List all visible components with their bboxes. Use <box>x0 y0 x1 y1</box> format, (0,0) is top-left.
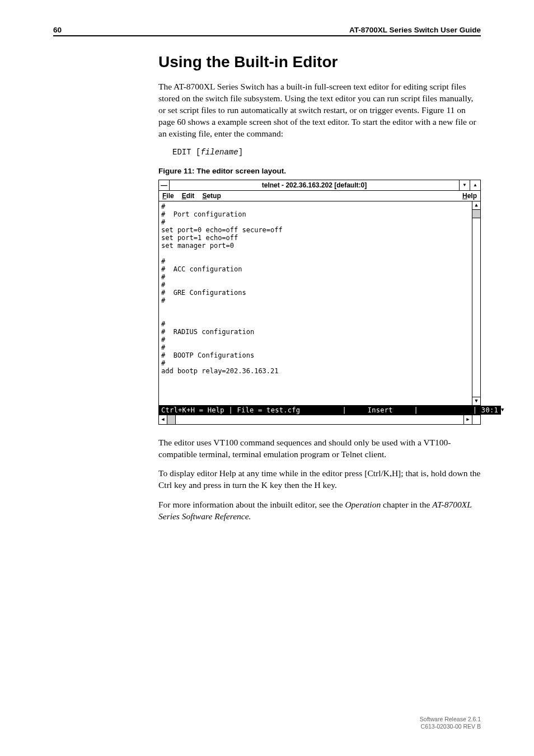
footer-release: Software Release 2.6.1 <box>420 716 481 723</box>
command-argument: filename <box>200 148 238 157</box>
scroll-down-icon[interactable]: ▼ <box>472 397 480 405</box>
horizontal-scrollbar[interactable]: ◀ ▶ <box>159 415 480 424</box>
page-number: 60 <box>53 26 62 34</box>
scroll-left-icon[interactable]: ◀ <box>159 415 167 424</box>
menu-help[interactable]: Help <box>462 192 477 199</box>
footer-docnum: C613-02030-00 REV B <box>420 723 481 730</box>
intro-paragraph: The AT-8700XL Series Switch has a built-… <box>158 81 481 140</box>
command-keyword: EDIT [ <box>172 148 200 157</box>
vertical-scroll-track[interactable] <box>472 218 480 397</box>
scrollbar-corner <box>472 415 480 424</box>
figure-caption: Figure 11: The editor screen layout. <box>158 167 481 175</box>
horizontal-scroll-track[interactable] <box>167 415 463 424</box>
command-line: EDIT [filename] <box>158 148 481 157</box>
main-content: Using the Built-in Editor The AT-8700XL … <box>158 53 481 530</box>
menu-bar: File Edit Setup Help <box>159 191 480 201</box>
more-info-note: For more information about the inbuilt e… <box>158 499 481 523</box>
page-footer: Software Release 2.6.1 C613-02030-00 REV… <box>420 716 481 730</box>
editor-text-area[interactable]: # # Port configuration # set port=0 echo… <box>159 201 472 405</box>
system-menu-box[interactable]: — <box>159 180 170 190</box>
scroll-up-icon[interactable]: ▲ <box>472 201 480 210</box>
command-end: ] <box>238 148 243 157</box>
vertical-scrollbar[interactable]: ▲ ▼ <box>472 201 480 405</box>
editor-status-bar: Ctrl+K+H = Help | File = test.cfg | Inse… <box>159 406 500 415</box>
doc-title: AT-8700XL Series Switch User Guide <box>349 26 481 34</box>
maximize-button[interactable]: ▲ <box>470 180 480 190</box>
editor-screenshot: — telnet - 202.36.163.202 [default:0] ▼ … <box>158 180 481 425</box>
vertical-scroll-thumb[interactable] <box>472 210 480 218</box>
window-titlebar: — telnet - 202.36.163.202 [default:0] ▼ … <box>159 180 480 191</box>
vt100-note: The editor uses VT100 command sequences … <box>158 437 481 461</box>
help-key-note: To display editor Help at any time while… <box>158 468 481 491</box>
window-title: telnet - 202.36.163.202 [default:0] <box>170 180 459 190</box>
scroll-down2-icon[interactable]: ▼ <box>500 406 504 415</box>
minimize-button[interactable]: ▼ <box>459 180 470 190</box>
scroll-right-icon[interactable]: ▶ <box>463 415 472 424</box>
page-header: 60 AT-8700XL Series Switch User Guide <box>53 26 481 36</box>
horizontal-scroll-thumb[interactable] <box>167 415 176 424</box>
menu-edit[interactable]: Edit <box>182 192 195 199</box>
section-heading: Using the Built-in Editor <box>158 53 481 71</box>
menu-setup[interactable]: Setup <box>202 192 221 199</box>
menu-file[interactable]: File <box>162 192 174 199</box>
